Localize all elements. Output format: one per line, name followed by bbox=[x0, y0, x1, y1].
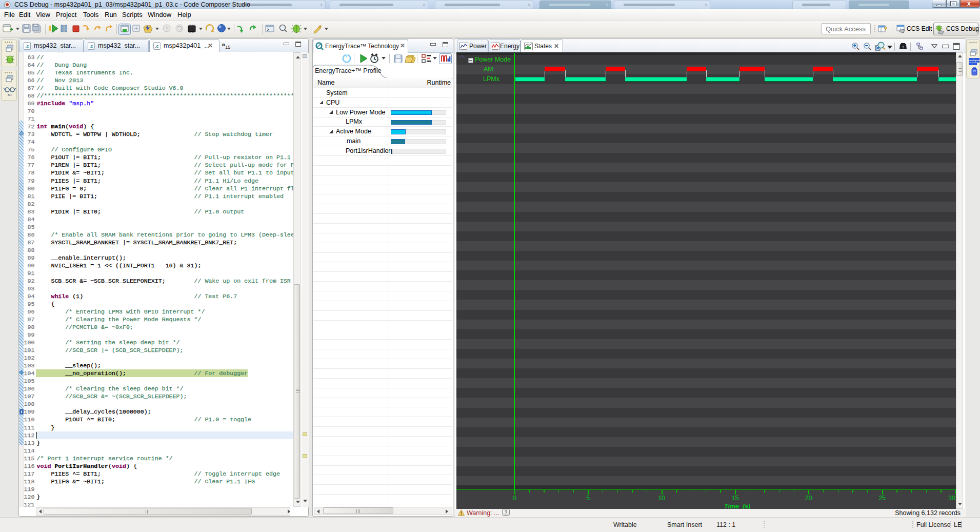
svg-text:x=: x= bbox=[8, 92, 12, 97]
